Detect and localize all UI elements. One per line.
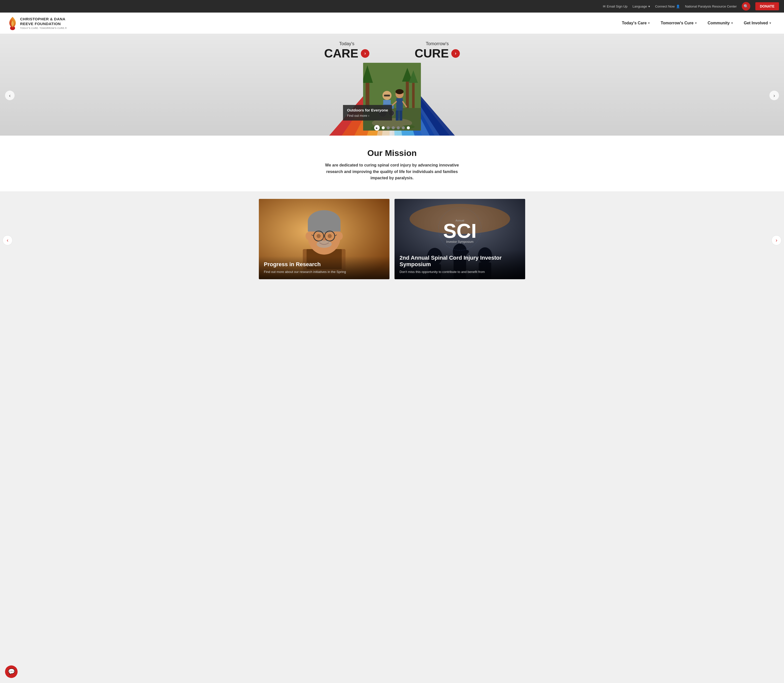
svg-point-49 bbox=[316, 234, 321, 238]
svg-text:Investor Symposium: Investor Symposium bbox=[446, 240, 474, 244]
svg-rect-29 bbox=[396, 111, 399, 120]
card-research[interactable]: Progress in Research Find out more about… bbox=[259, 199, 389, 279]
carousel-dots: ▶ bbox=[374, 125, 410, 131]
search-button[interactable]: 🔍 bbox=[742, 2, 750, 11]
nav-tomorrows-cure[interactable]: Tomorrow's Cure ▾ bbox=[655, 14, 702, 32]
todays-care-label: Today's CARE › bbox=[324, 41, 370, 60]
email-signup-link[interactable]: ✉ Email Sign Up bbox=[603, 5, 627, 8]
top-bar: ✉ Email Sign Up Language ▾ Connect Now 👤… bbox=[0, 0, 784, 13]
carousel-dot-3[interactable] bbox=[392, 126, 395, 129]
card-research-image: Progress in Research Find out more about… bbox=[259, 199, 389, 279]
nav-links: Today's Care ▾ Tomorrow's Cure ▾ Communi… bbox=[616, 14, 776, 32]
cards-prev-button[interactable]: ‹ bbox=[3, 235, 13, 245]
email-icon: ✉ bbox=[603, 5, 606, 8]
svg-point-54 bbox=[338, 232, 343, 240]
find-out-more-link[interactable]: Find out more › bbox=[347, 114, 388, 117]
tomorrows-cure-label: Tomorrow's CURE › bbox=[414, 41, 460, 60]
donate-button[interactable]: DONATE bbox=[755, 2, 779, 10]
card-symposium-overlay: 2nd Annual Spinal Cord Injury Investor S… bbox=[395, 250, 525, 279]
chevron-down-icon: ▾ bbox=[648, 21, 649, 25]
svg-rect-30 bbox=[399, 111, 402, 120]
cards-section: ‹ bbox=[0, 191, 784, 289]
chevron-down-icon: ▾ bbox=[695, 21, 697, 25]
carousel-next-button[interactable]: › bbox=[770, 91, 779, 100]
card-symposium-image: Annual SCI Investor Symposium 2nd Annual… bbox=[395, 199, 525, 279]
chevron-down-icon: ▾ bbox=[648, 5, 650, 8]
carousel-prev-button[interactable]: ‹ bbox=[5, 91, 14, 100]
person-icon: 👤 bbox=[676, 5, 680, 8]
chevron-right-icon: › bbox=[368, 114, 369, 117]
svg-point-33 bbox=[395, 89, 403, 94]
carousel-dot-4[interactable] bbox=[397, 126, 400, 129]
card-symposium[interactable]: Annual SCI Investor Symposium 2nd Annual… bbox=[395, 199, 525, 279]
logo-flame-icon bbox=[8, 16, 18, 30]
svg-point-52 bbox=[316, 240, 332, 248]
caption-box: Outdoors for Everyone Find out more › bbox=[343, 105, 392, 120]
connect-now-link[interactable]: Connect Now 👤 bbox=[655, 5, 680, 8]
carousel-dot-5[interactable] bbox=[402, 126, 405, 129]
care-cure-labels: Today's CARE › Tomorrow's CURE › bbox=[0, 34, 784, 60]
mission-title: Our Mission bbox=[10, 148, 774, 158]
tomorrows-cure-arrow[interactable]: › bbox=[451, 49, 460, 58]
svg-rect-28 bbox=[396, 98, 403, 111]
cards-next-button[interactable]: › bbox=[771, 235, 781, 245]
svg-point-50 bbox=[328, 234, 332, 238]
nprc-link[interactable]: National Paralysis Resource Center bbox=[685, 5, 737, 8]
carousel-dot-2[interactable] bbox=[387, 126, 390, 129]
svg-point-53 bbox=[305, 232, 310, 240]
language-selector[interactable]: Language ▾ bbox=[633, 5, 650, 8]
mission-section: Our Mission We are dedicated to curing s… bbox=[0, 136, 784, 191]
card-research-overlay: Progress in Research Find out more about… bbox=[259, 256, 389, 279]
nav-get-involved[interactable]: Get Involved ▾ bbox=[738, 14, 776, 32]
chevron-down-icon: ▾ bbox=[770, 21, 771, 25]
logo[interactable]: Christopher & Dana Reeve Foundation TODA… bbox=[8, 13, 67, 34]
chevron-down-icon: ▾ bbox=[731, 21, 733, 25]
svg-rect-34 bbox=[384, 95, 390, 96]
todays-care-arrow[interactable]: › bbox=[361, 49, 370, 58]
carousel-play-button[interactable]: ▶ bbox=[374, 125, 380, 131]
carousel-dot-6[interactable] bbox=[407, 126, 410, 129]
svg-rect-43 bbox=[308, 221, 341, 231]
nav-community[interactable]: Community ▾ bbox=[702, 14, 738, 32]
mission-text: We are dedicated to curing spinal cord i… bbox=[319, 162, 465, 181]
hero-section: Today's CARE › Tomorrow's CURE › bbox=[0, 34, 784, 136]
fan-area: Outdoors for Everyone Find out more › ‹ … bbox=[0, 55, 784, 136]
carousel-dot-1[interactable] bbox=[382, 126, 385, 129]
cards-container: Progress in Research Find out more about… bbox=[10, 199, 774, 279]
logo-text: Christopher & Dana Reeve Foundation TODA… bbox=[20, 16, 67, 30]
main-nav: Christopher & Dana Reeve Foundation TODA… bbox=[0, 13, 784, 34]
svg-text:SCI: SCI bbox=[443, 220, 476, 242]
nav-todays-care[interactable]: Today's Care ▾ bbox=[616, 14, 655, 32]
